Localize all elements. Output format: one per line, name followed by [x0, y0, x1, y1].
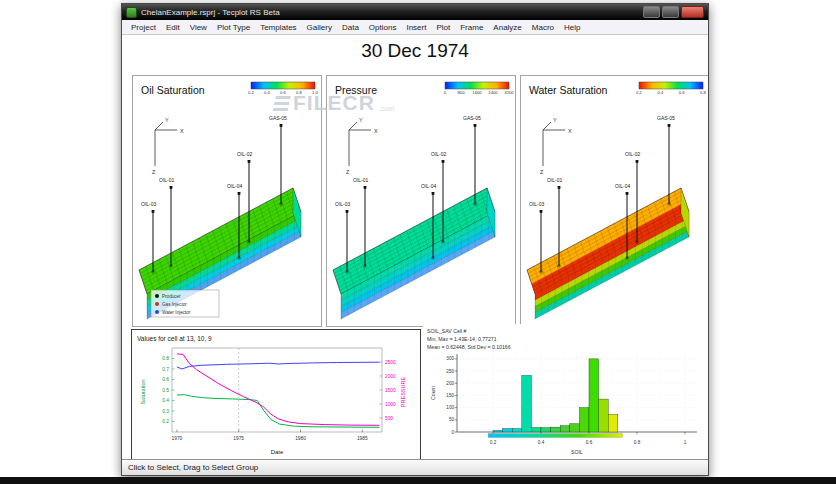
hist-bar	[503, 429, 513, 432]
svg-text:OIL-04: OIL-04	[421, 183, 437, 189]
svg-text:0.6: 0.6	[679, 90, 685, 95]
svg-text:SOIL: SOIL	[571, 449, 583, 455]
hist-bar	[531, 428, 541, 432]
svg-text:OIL-01: OIL-01	[547, 177, 563, 183]
hist-bar	[589, 359, 599, 432]
plot-frame-water-saturation[interactable]: 0.20.40.60.8Water SaturationXYZOIL-03OIL…	[520, 75, 708, 327]
hist-bar	[541, 428, 551, 432]
menu-gallery[interactable]: Gallery	[302, 23, 337, 32]
svg-text:OIL-03: OIL-03	[529, 201, 545, 207]
svg-text:Y: Y	[553, 117, 557, 123]
window-title: ChelanExample.rsprj - Tecplot RS Beta	[141, 8, 639, 17]
watermark-suffix: .com	[379, 105, 394, 113]
svg-text:OIL-03: OIL-03	[335, 201, 351, 207]
svg-text:1970: 1970	[172, 436, 183, 441]
close-button[interactable]	[681, 6, 704, 18]
hist-bar	[570, 424, 580, 432]
svg-text:Count: Count	[430, 386, 436, 400]
water-saturation-colorbar	[639, 82, 703, 89]
oil-saturation-colorbar	[251, 82, 315, 89]
svg-text:250: 250	[446, 369, 454, 374]
svg-text:Date: Date	[271, 449, 284, 455]
menu-edit[interactable]: Edit	[161, 23, 185, 32]
svg-text:2000: 2000	[385, 374, 396, 379]
svg-text:1500: 1500	[385, 388, 396, 393]
svg-text:0: 0	[444, 90, 447, 95]
svg-text:Values for cell at 13, 10, 9: Values for cell at 13, 10, 9	[137, 335, 212, 342]
svg-text:100: 100	[446, 405, 454, 410]
hist-bar	[560, 426, 570, 432]
svg-text:0.6: 0.6	[162, 377, 169, 382]
svg-text:GAS-05: GAS-05	[463, 115, 481, 121]
hist-bar	[522, 375, 532, 432]
menu-view[interactable]: View	[185, 23, 212, 32]
svg-text:Min, Max = 1.43E-14, 0.77271: Min, Max = 1.43E-14, 0.77271	[427, 336, 497, 342]
svg-text:1985: 1985	[357, 436, 368, 441]
svg-text:Saturation: Saturation	[140, 379, 146, 404]
pressure-colorbar	[445, 82, 509, 89]
menu-macro[interactable]: Macro	[527, 23, 559, 32]
menubar: ProjectEditViewPlot TypeTemplatesGallery…	[122, 20, 708, 35]
svg-text:0.5: 0.5	[162, 388, 169, 393]
menu-help[interactable]: Help	[559, 23, 585, 32]
svg-text:0.4: 0.4	[264, 90, 270, 95]
svg-text:0.2: 0.2	[248, 90, 254, 95]
status-text: Click to Select, Drag to Select Group	[128, 463, 258, 472]
workspace: 30 Dec 1974 0.20.40.60.81.0Oil Saturatio…	[122, 35, 708, 459]
svg-text:OIL-02: OIL-02	[237, 151, 253, 157]
svg-text:0.8: 0.8	[700, 90, 706, 95]
svg-text:1000: 1000	[385, 402, 396, 407]
menu-data[interactable]: Data	[337, 23, 364, 32]
soil-histogram-chart[interactable]: SOIL_SAV Cell #Min, Max = 1.43E-14, 0.77…	[423, 324, 708, 459]
svg-text:0.8: 0.8	[634, 440, 641, 445]
date-title: 30 Dec 1974	[122, 40, 708, 62]
svg-text:Gas Injector: Gas Injector	[162, 302, 187, 307]
svg-text:OIL-03: OIL-03	[141, 201, 157, 207]
svg-text:SOIL_SAV Cell #: SOIL_SAV Cell #	[427, 328, 467, 334]
svg-text:OIL-01: OIL-01	[159, 177, 175, 183]
svg-text:GAS-05: GAS-05	[269, 115, 287, 121]
menu-options[interactable]: Options	[364, 23, 402, 32]
hist-bar	[551, 427, 561, 432]
svg-text:Oil Saturation: Oil Saturation	[141, 84, 205, 96]
cell-values-line-chart[interactable]: Values for cell at 13, 10, 90.20.30.40.5…	[132, 330, 420, 459]
hist-bar	[512, 429, 522, 432]
svg-text:Water Injector: Water Injector	[162, 310, 191, 315]
svg-text:2500: 2500	[385, 360, 396, 365]
maximize-button[interactable]	[662, 6, 679, 18]
svg-text:3200: 3200	[504, 90, 514, 95]
svg-text:OIL-01: OIL-01	[353, 177, 369, 183]
linechart-frame[interactable]: Values for cell at 13, 10, 90.20.30.40.5…	[131, 329, 421, 459]
histogram-frame[interactable]: SOIL_SAV Cell #Min, Max = 1.43E-14, 0.77…	[423, 324, 708, 459]
svg-text:50: 50	[449, 417, 455, 422]
svg-text:Y: Y	[359, 117, 363, 123]
hist-bar	[599, 399, 609, 432]
menu-templates[interactable]: Templates	[255, 23, 301, 32]
watermark-logo-icon	[272, 96, 291, 113]
menu-frame[interactable]: Frame	[455, 23, 488, 32]
svg-text:0.6: 0.6	[586, 440, 593, 445]
app-icon	[126, 7, 137, 18]
watermark: FILECR .com	[274, 92, 394, 113]
menu-plot-type[interactable]: Plot Type	[212, 23, 255, 32]
svg-text:Z: Z	[152, 169, 156, 175]
series-water-saturation	[177, 362, 380, 369]
menu-analyze[interactable]: Analyze	[488, 23, 526, 32]
svg-text:800: 800	[458, 90, 466, 95]
titlebar: ChelanExample.rsprj - Tecplot RS Beta	[122, 4, 708, 20]
minimize-button[interactable]	[643, 6, 660, 18]
svg-text:OIL-04: OIL-04	[227, 183, 243, 189]
svg-text:300: 300	[446, 356, 454, 361]
svg-text:Producer: Producer	[162, 294, 181, 299]
svg-text:0.4: 0.4	[538, 440, 545, 445]
menu-plot[interactable]: Plot	[431, 23, 455, 32]
svg-text:X: X	[374, 128, 378, 134]
svg-text:X: X	[568, 128, 572, 134]
menu-project[interactable]: Project	[126, 23, 161, 32]
svg-text:1975: 1975	[233, 436, 244, 441]
svg-text:OIL-04: OIL-04	[615, 183, 631, 189]
statusbar: Click to Select, Drag to Select Group	[122, 459, 708, 475]
menu-insert[interactable]: Insert	[401, 23, 431, 32]
svg-text:1980: 1980	[295, 436, 306, 441]
water-saturation-3d-plot[interactable]: 0.20.40.60.8Water SaturationXYZOIL-03OIL…	[521, 76, 708, 326]
